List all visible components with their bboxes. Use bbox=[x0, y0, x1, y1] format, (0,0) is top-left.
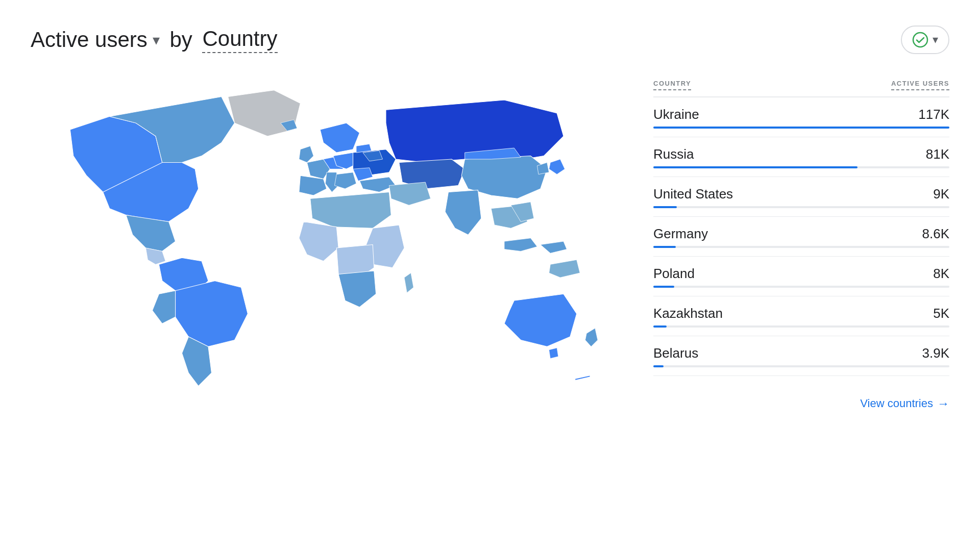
country-name: Russia bbox=[653, 146, 694, 162]
dropdown-icon[interactable]: ▾ bbox=[153, 32, 160, 48]
bar-container bbox=[653, 365, 949, 367]
title-country: Country bbox=[202, 27, 277, 53]
user-count: 9K bbox=[933, 186, 949, 202]
table-row: Poland8K bbox=[653, 257, 949, 296]
bar-fill bbox=[653, 325, 667, 328]
table-row: Russia81K bbox=[653, 137, 949, 177]
user-count: 81K bbox=[926, 146, 949, 162]
bar-fill bbox=[653, 166, 857, 168]
bar-fill bbox=[653, 286, 674, 288]
country-name: Belarus bbox=[653, 345, 698, 361]
country-name: Poland bbox=[653, 266, 695, 282]
table-row: Ukraine117K bbox=[653, 97, 949, 137]
user-count: 5K bbox=[933, 306, 949, 321]
bar-container bbox=[653, 166, 949, 168]
header: Active users ▾ by Country ▾ bbox=[31, 26, 949, 54]
view-countries-arrow: → bbox=[937, 396, 949, 411]
bar-fill bbox=[653, 246, 676, 248]
country-name: United States bbox=[653, 186, 733, 202]
bar-fill bbox=[653, 127, 949, 129]
table-row: Kazakhstan5K bbox=[653, 296, 949, 336]
col-country-header: COUNTRY bbox=[653, 80, 691, 90]
table-row: United States9K bbox=[653, 177, 949, 217]
filter-button[interactable]: ▾ bbox=[901, 26, 949, 54]
col-active-users-header: ACTIVE USERS bbox=[891, 80, 949, 90]
user-count: 8K bbox=[933, 266, 949, 282]
page-container: Active users ▾ by Country ▾ bbox=[0, 0, 980, 551]
user-count: 8.6K bbox=[922, 226, 950, 242]
table-row: Germany8.6K bbox=[653, 217, 949, 257]
country-name: Kazakhstan bbox=[653, 306, 723, 321]
map-area bbox=[31, 74, 623, 421]
bar-container bbox=[653, 206, 949, 208]
view-countries-link[interactable]: View countries → bbox=[653, 396, 949, 411]
title-active-users: Active users bbox=[31, 28, 148, 52]
bar-container bbox=[653, 286, 949, 288]
bar-fill bbox=[653, 365, 664, 367]
title-by: by bbox=[164, 28, 199, 52]
table-area: COUNTRY ACTIVE USERS Ukraine117KRussia81… bbox=[653, 74, 949, 411]
user-count: 3.9K bbox=[922, 345, 950, 361]
filter-dropdown-icon[interactable]: ▾ bbox=[933, 33, 938, 46]
table-header: COUNTRY ACTIVE USERS bbox=[653, 80, 949, 97]
table-row: Belarus3.9K bbox=[653, 336, 949, 376]
user-count: 117K bbox=[918, 107, 949, 122]
title-area: Active users ▾ by Country bbox=[31, 27, 278, 53]
bar-container bbox=[653, 325, 949, 328]
bar-container bbox=[653, 246, 949, 248]
world-map bbox=[31, 74, 623, 421]
svg-point-0 bbox=[913, 33, 927, 47]
country-name: Ukraine bbox=[653, 107, 699, 122]
table-rows-container: Ukraine117KRussia81KUnited States9KGerma… bbox=[653, 97, 949, 376]
country-name: Germany bbox=[653, 226, 708, 242]
bar-container bbox=[653, 127, 949, 129]
view-countries-text: View countries bbox=[860, 397, 933, 410]
bar-fill bbox=[653, 206, 677, 208]
check-circle-icon bbox=[912, 32, 928, 48]
main-content: COUNTRY ACTIVE USERS Ukraine117KRussia81… bbox=[31, 74, 949, 513]
